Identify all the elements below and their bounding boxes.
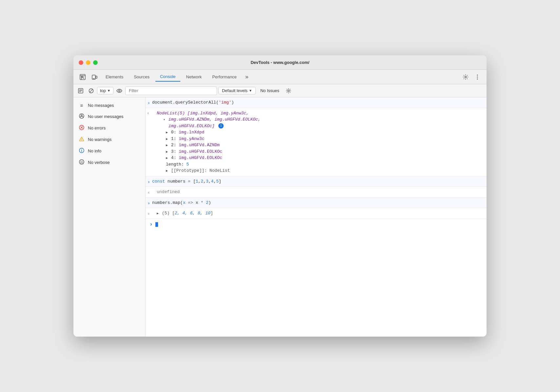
prompt-1: ›	[148, 100, 150, 107]
maximize-button[interactable]	[93, 60, 98, 65]
sidebar-label-user-messages: No user messages	[88, 114, 123, 119]
prompt-5: ›	[148, 200, 150, 207]
console-input-1: document.querySelectorAll('img')	[152, 100, 234, 105]
sidebar-label-warnings: No warnings	[88, 137, 111, 142]
console-entry-6: ‹ ▶ (5) [2, 4, 6, 8, 10]	[146, 208, 487, 219]
svg-point-28	[81, 149, 82, 150]
svg-point-20	[81, 115, 82, 116]
block-icon[interactable]	[87, 86, 96, 95]
default-levels-label: Default levels	[222, 88, 248, 93]
nodelist-line2: ▾ img.uHGFVd.AZNDm, img.uHGFVd.EOLKOc,	[157, 116, 483, 123]
svg-point-8	[477, 74, 478, 75]
svg-rect-5	[96, 76, 97, 78]
nodelist-item-2[interactable]: ▶ 2: img.uHGFVd.AZNDm	[157, 142, 483, 148]
default-levels-arrow: ▼	[249, 89, 252, 92]
svg-point-17	[118, 90, 120, 91]
inspect-element-icon[interactable]	[77, 72, 88, 82]
sidebar-label-errors: No errors	[88, 126, 106, 130]
sidebar-item-verbose[interactable]: No verbose	[73, 157, 145, 168]
console-entry-2: ‹ NodeList(5) [img.lnXdpd, img.yAnw3c, ▾…	[146, 108, 487, 176]
nodelist-item-0[interactable]: ▶ 0: img.lnXdpd	[157, 129, 483, 136]
more-tabs-icon[interactable]: »	[243, 72, 251, 82]
svg-point-9	[477, 76, 478, 77]
devtools-window: DevTools - www.google.com/ Elements Sour…	[73, 55, 487, 337]
default-levels-button[interactable]: Default levels ▼	[218, 87, 256, 94]
sidebar-label-verbose: No verbose	[88, 160, 110, 165]
nodelist-line3: img.uHGFVd.EOLKOc] i	[157, 123, 483, 129]
svg-point-10	[477, 78, 478, 79]
context-label: top	[100, 88, 106, 93]
warning-icon	[79, 136, 85, 143]
settings-icon[interactable]	[460, 72, 471, 82]
clear-console-icon[interactable]	[76, 86, 85, 95]
info-icon	[79, 148, 85, 154]
sidebar-item-errors[interactable]: No errors	[73, 122, 145, 134]
console-entry-1: › document.querySelectorAll('img')	[146, 97, 487, 108]
console-input-3: const numbers = [1,2,3,4,5]	[152, 179, 221, 184]
prompt-3: ›	[148, 179, 150, 186]
output-arrow-6: ‹	[148, 211, 150, 217]
nodelist-header: NodeList(5) [img.lnXdpd, img.yAnw3c,	[157, 110, 483, 117]
svg-point-29	[79, 160, 84, 164]
minimize-button[interactable]	[86, 60, 90, 65]
filter-input[interactable]	[125, 87, 217, 95]
more-options-icon[interactable]	[472, 72, 483, 82]
sidebar-item-user-messages[interactable]: No user messages	[73, 111, 145, 122]
svg-point-32	[82, 161, 83, 162]
sidebar-item-warnings[interactable]: No warnings	[73, 134, 145, 145]
tab-elements[interactable]: Elements	[101, 72, 128, 81]
svg-point-7	[465, 76, 467, 78]
close-button[interactable]	[79, 60, 83, 65]
tab-performance[interactable]: Performance	[208, 72, 241, 81]
svg-line-16	[90, 89, 93, 92]
svg-point-18	[288, 90, 289, 91]
console-sidebar: ≡ No messages No user messages	[73, 97, 146, 337]
tabs-bar: Elements Sources Console Network Perform…	[73, 70, 487, 84]
sidebar-label-messages: No messages	[88, 103, 114, 108]
console-panel[interactable]: › document.querySelectorAll('img') ‹ Nod…	[146, 97, 487, 337]
info-badge: i	[218, 123, 224, 128]
eye-icon[interactable]	[115, 86, 124, 95]
titlebar: DevTools - www.google.com/	[73, 55, 487, 70]
sidebar-item-info[interactable]: No info	[73, 145, 145, 157]
console-output-array[interactable]: ▶ (5) [2, 4, 6, 8, 10]	[157, 211, 213, 216]
verbose-icon	[79, 159, 85, 166]
svg-point-25	[81, 140, 82, 141]
tab-network[interactable]: Network	[182, 72, 207, 81]
error-icon	[79, 125, 85, 131]
sidebar-item-messages[interactable]: ≡ No messages	[73, 100, 145, 111]
console-toolbar: top ▼ Default levels ▼ No Issues	[73, 84, 487, 97]
window-title: DevTools - www.google.com/	[250, 60, 309, 65]
console-settings-icon[interactable]	[284, 86, 293, 95]
output-arrow-4: ‹	[148, 189, 150, 196]
window-controls	[79, 60, 98, 65]
tab-sources[interactable]: Sources	[129, 72, 154, 81]
sidebar-label-info: No info	[88, 148, 101, 153]
console-entry-4: ‹ undefined	[146, 187, 487, 198]
context-selector[interactable]: top ▼	[97, 87, 113, 94]
nodelist-item-4[interactable]: ▶ 4: img.uHGFVd.EOLKOc	[157, 155, 483, 161]
context-dropdown-arrow: ▼	[107, 89, 110, 92]
tab-console[interactable]: Console	[155, 72, 180, 82]
console-input-5: numbers.map(x => x * 2)	[152, 200, 211, 205]
messages-icon: ≡	[79, 103, 85, 108]
svg-point-30	[80, 161, 81, 162]
nodelist-prototype[interactable]: ▶ [[Prototype]]: NodeList	[157, 167, 483, 174]
svg-point-3	[82, 76, 83, 78]
main-content: ≡ No messages No user messages	[73, 97, 487, 337]
svg-rect-0	[80, 74, 85, 80]
console-entry-3: › const numbers = [1,2,3,4,5]	[146, 176, 487, 187]
output-arrow-2: ‹	[147, 110, 150, 117]
nodelist-item-1[interactable]: ▶ 1: img.yAnw3c	[157, 136, 483, 142]
nodelist-length: length: 5	[157, 161, 483, 168]
console-prompt-input-line[interactable]: ›	[146, 219, 487, 230]
console-output-undefined: undefined	[157, 189, 180, 194]
console-cursor	[155, 222, 158, 227]
user-messages-icon	[79, 113, 85, 120]
console-entry-5: › numbers.map(x => x * 2)	[146, 198, 487, 208]
no-issues-button[interactable]: No Issues	[257, 87, 283, 94]
svg-point-31	[81, 161, 82, 162]
device-toolbar-icon[interactable]	[89, 72, 100, 82]
nodelist-item-3[interactable]: ▶ 3: img.uHGFVd.EOLKOc	[157, 148, 483, 155]
